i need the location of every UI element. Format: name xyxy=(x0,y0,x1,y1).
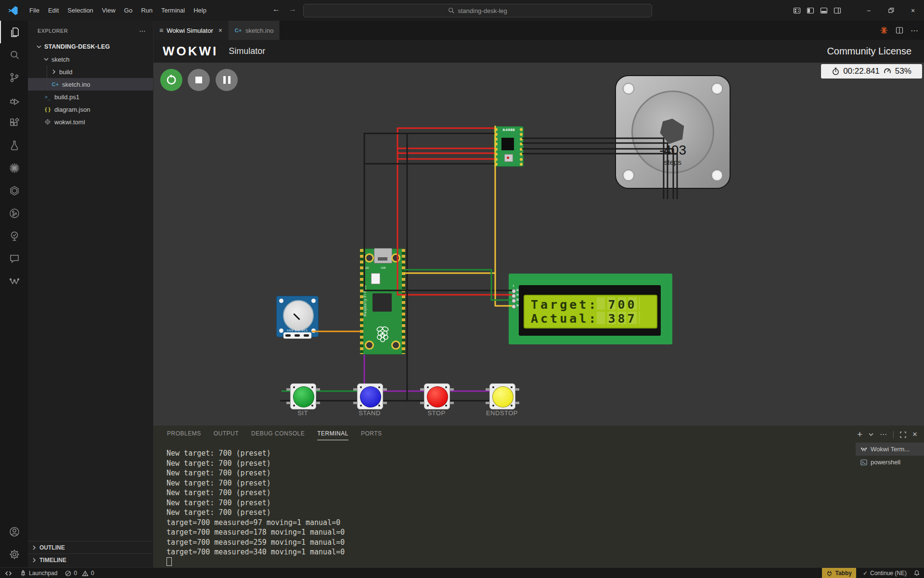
button-sit[interactable] xyxy=(290,383,316,409)
maximize-panel-icon[interactable] xyxy=(900,432,906,438)
tree-root-folder[interactable]: STANDING-DESK-LEG xyxy=(28,40,153,53)
tab-output[interactable]: OUTPUT xyxy=(214,430,239,440)
activity-explorer[interactable] xyxy=(0,21,28,43)
mount-hole xyxy=(391,341,400,350)
activity-testing[interactable] xyxy=(0,134,28,157)
tab-ports[interactable]: PORTS xyxy=(361,430,382,440)
tab-problems[interactable]: PROBLEMS xyxy=(167,430,201,440)
titlebar: File Edit Selection View Go Run Terminal… xyxy=(0,0,924,21)
potentiometer[interactable]: GND SIG VCC xyxy=(276,296,319,337)
tab-terminal[interactable]: TERMINAL xyxy=(317,430,348,440)
tab-wokwi-simulator[interactable]: ≡ Wokwi Simulator × xyxy=(154,21,229,40)
toggle-panel-icon[interactable] xyxy=(817,7,831,14)
tab-sketch-ino[interactable]: C+ sketch.ino xyxy=(229,21,280,40)
bootsel-button[interactable] xyxy=(371,273,380,284)
launchpad-item[interactable]: Launchpad xyxy=(20,570,57,577)
menu-view[interactable]: View xyxy=(98,5,120,16)
lcd-line1: Target: 700 xyxy=(531,298,637,312)
menu-run[interactable]: Run xyxy=(137,5,157,16)
license-label[interactable]: Community License xyxy=(827,46,911,57)
tree-file-diagram-json[interactable]: { } diagram.json xyxy=(28,103,153,116)
gauge-icon xyxy=(883,67,892,76)
activity-todo-tree[interactable] xyxy=(0,224,28,247)
stop-simulation-button[interactable] xyxy=(188,69,210,91)
minimize-button[interactable]: − xyxy=(858,0,880,21)
menu-selection[interactable]: Selection xyxy=(63,5,97,16)
close-tab-icon[interactable]: × xyxy=(218,26,222,34)
button-cap[interactable] xyxy=(293,386,314,407)
simulation-timer: 00:22.841 53% xyxy=(821,64,922,79)
stepper-motor: -403 steps xyxy=(615,75,731,189)
settings-button[interactable] xyxy=(0,543,28,565)
account-button[interactable] xyxy=(0,520,28,543)
button-cap[interactable] xyxy=(427,386,448,407)
activity-run-debug[interactable] xyxy=(0,89,28,111)
activity-wokwi[interactable] xyxy=(0,270,28,292)
terminal-output[interactable]: New target: 700 (preset)New target: 700 … xyxy=(167,448,345,567)
toggle-sidebar-icon[interactable] xyxy=(804,7,817,14)
menu-go[interactable]: Go xyxy=(120,5,137,16)
timeline-section[interactable]: TIMELINE xyxy=(28,553,153,566)
lcd-pin xyxy=(512,299,516,303)
terminal-item-powershell[interactable]: powershell xyxy=(856,456,924,469)
pause-simulation-button[interactable] xyxy=(216,69,238,91)
explorer-more-icon[interactable]: ⋯ xyxy=(139,27,146,35)
tree-file-build-ps1[interactable]: >_ build.ps1 xyxy=(28,91,153,103)
tree-file-wokwi-toml[interactable]: wokwi.toml xyxy=(28,116,153,128)
continue-status-item[interactable]: ✓ Continue (NE) xyxy=(863,570,907,577)
terminal-dropdown-icon[interactable] xyxy=(869,432,873,437)
activity-comments[interactable] xyxy=(0,247,28,270)
tabby-status-item[interactable]: Tabby xyxy=(822,568,856,578)
driver-pins-right xyxy=(520,128,523,131)
panel-more-icon[interactable]: ⋯ xyxy=(880,430,887,439)
restore-button[interactable] xyxy=(880,0,902,21)
close-panel-icon[interactable]: × xyxy=(912,430,917,439)
notifications-bell[interactable] xyxy=(913,570,920,577)
button-endstop[interactable] xyxy=(489,383,515,409)
activity-remote-explorer[interactable] xyxy=(0,202,28,224)
check-icon: ✓ xyxy=(863,570,868,577)
more-actions-icon[interactable]: ⋯ xyxy=(911,26,918,35)
command-center-search[interactable]: standing-desk-leg xyxy=(303,4,652,17)
toggle-secondary-sidebar-icon[interactable] xyxy=(831,7,844,14)
customize-layout-icon[interactable] xyxy=(790,7,804,14)
menu-help[interactable]: Help xyxy=(189,5,211,16)
wokwi-flame-icon[interactable] xyxy=(880,26,888,35)
tab-debug-console[interactable]: DEBUG CONSOLE xyxy=(251,430,305,440)
activity-extensions[interactable] xyxy=(0,111,28,134)
menu-edit[interactable]: Edit xyxy=(44,5,63,16)
menu-terminal[interactable]: Terminal xyxy=(157,5,189,16)
powershell-icon xyxy=(860,459,867,466)
restart-simulation-button[interactable] xyxy=(160,69,182,91)
button-stand[interactable] xyxy=(357,383,383,409)
explorer-title: EXPLORER xyxy=(38,28,68,34)
button-stop[interactable] xyxy=(424,383,450,409)
pot-knob[interactable] xyxy=(283,300,314,331)
pot-pin-labels: GND SIG VCC xyxy=(283,329,311,332)
activity-chip[interactable] xyxy=(0,179,28,202)
remote-indicator[interactable] xyxy=(5,570,12,577)
tree-folder-sketch[interactable]: sketch xyxy=(28,53,153,66)
close-window-button[interactable]: × xyxy=(902,0,924,21)
activity-source-control[interactable] xyxy=(0,66,28,89)
pause-icon xyxy=(223,76,231,84)
trim-potentiometer[interactable] xyxy=(504,154,513,162)
new-terminal-icon[interactable]: + xyxy=(857,429,862,440)
wokwi-subtitle: Simulator xyxy=(229,46,265,56)
explorer-sidebar: EXPLORER ⋯ STANDING-DESK-LEG sketch buil… xyxy=(28,21,154,567)
terminal-item-wokwi[interactable]: Wokwi Term... xyxy=(856,443,924,456)
split-editor-icon[interactable] xyxy=(896,26,903,34)
wokwi-w-icon xyxy=(860,446,867,453)
forward-arrow-icon[interactable]: → xyxy=(289,5,296,13)
screw-hole xyxy=(623,83,634,94)
activity-wokwi-flame[interactable] xyxy=(0,157,28,179)
button-cap[interactable] xyxy=(360,386,381,407)
load-value: 53% xyxy=(895,66,911,76)
button-cap[interactable] xyxy=(492,386,513,407)
activity-search[interactable] xyxy=(0,43,28,66)
outline-section[interactable]: OUTLINE xyxy=(28,541,153,553)
menu-file[interactable]: File xyxy=(25,5,44,16)
problems-summary[interactable]: 0 0 xyxy=(65,570,94,577)
powershell-file-icon: >_ xyxy=(44,94,51,100)
back-arrow-icon[interactable]: ← xyxy=(272,5,280,13)
